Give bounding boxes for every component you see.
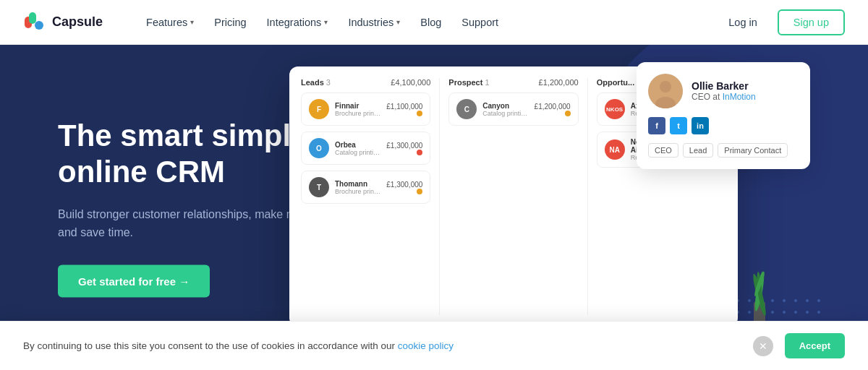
nav-integrations[interactable]: Integrations ▾ (258, 11, 337, 34)
profile-role: CEO at InMotion (692, 92, 756, 102)
dot (783, 311, 786, 314)
cookie-text: By continuing to use this site you conse… (23, 340, 741, 351)
crm-card[interactable]: C Canyon Catalog printing contrac... £1,… (448, 92, 578, 126)
logo-icon (23, 11, 46, 34)
crm-card[interactable]: O Orbea Catalog printing contrac... £1,3… (301, 132, 430, 165)
crm-card[interactable]: F Finnair Brochure printing contrac... £… (301, 92, 430, 126)
dot (817, 299, 820, 302)
cta-button[interactable]: Get started for free → (58, 264, 210, 297)
profile-name: Ollie Barker (692, 80, 756, 92)
status-dot (417, 150, 422, 155)
opportunity-label: Opportu... (597, 78, 635, 87)
crm-card[interactable]: T Thomann Brochure printing contrac... £… (301, 171, 430, 204)
dot (817, 311, 820, 314)
avatar: NKOS (605, 99, 625, 119)
avatar: NA (605, 139, 625, 160)
profile-social: f t in (648, 117, 799, 134)
status-dot (417, 111, 422, 116)
svg-point-2 (35, 21, 43, 30)
login-button[interactable]: Log in (720, 11, 766, 34)
logo[interactable]: Capsule (23, 11, 103, 34)
status-dot (417, 189, 422, 194)
nav-links: Features ▾ Pricing Integrations ▾ Indust… (137, 11, 720, 34)
cookie-banner: By continuing to use this site you conse… (0, 321, 868, 370)
cookie-close-button[interactable]: ✕ (753, 336, 773, 356)
tag-primary-contact: Primary Contact (718, 143, 788, 158)
prospect-label: Prospect 1 (448, 78, 489, 87)
avatar: C (456, 99, 477, 119)
tag-ceo: CEO (648, 143, 678, 158)
avatar: O (309, 138, 329, 158)
avatar: T (309, 177, 329, 197)
avatar (648, 74, 683, 108)
dot (806, 299, 809, 302)
company-link[interactable]: InMotion (723, 92, 756, 102)
leads-label: Leads 3 (301, 78, 331, 87)
nav-support[interactable]: Support (453, 11, 507, 34)
svg-point-4 (660, 81, 671, 92)
chevron-down-icon: ▾ (396, 18, 400, 26)
dot (806, 311, 809, 314)
cookie-policy-link[interactable]: cookie policy (398, 340, 454, 351)
profile-card: Ollie Barker CEO at InMotion f t in CEO … (637, 62, 810, 169)
nav-features[interactable]: Features ▾ (137, 11, 203, 34)
facebook-icon[interactable]: f (648, 117, 665, 134)
dot (794, 311, 797, 314)
status-dot (565, 111, 571, 116)
leads-amount: £4,100,000 (391, 78, 430, 87)
cookie-accept-button[interactable]: Accept (785, 333, 845, 358)
chevron-down-icon: ▾ (190, 18, 194, 26)
nav-auth: Log in Sign up (720, 9, 845, 35)
navbar: Capsule Features ▾ Pricing Integrations … (0, 0, 868, 45)
svg-rect-1 (29, 12, 36, 24)
profile-tags: CEO Lead Primary Contact (648, 143, 799, 158)
twitter-icon[interactable]: t (670, 117, 687, 134)
signup-button[interactable]: Sign up (778, 9, 845, 35)
prospect-amount: £1,200,000 (539, 78, 579, 87)
nav-industries[interactable]: Industries ▾ (339, 11, 409, 34)
linkedin-icon[interactable]: in (692, 117, 709, 134)
logo-text: Capsule (52, 14, 103, 30)
hero-section: The smart simple online CRM Build strong… (0, 45, 868, 370)
chevron-down-icon: ▾ (324, 18, 328, 26)
avatar: F (309, 99, 329, 119)
nav-pricing[interactable]: Pricing (205, 11, 255, 34)
tag-lead: Lead (683, 143, 713, 158)
nav-blog[interactable]: Blog (412, 11, 450, 34)
dot (783, 299, 786, 302)
dot (794, 299, 797, 302)
